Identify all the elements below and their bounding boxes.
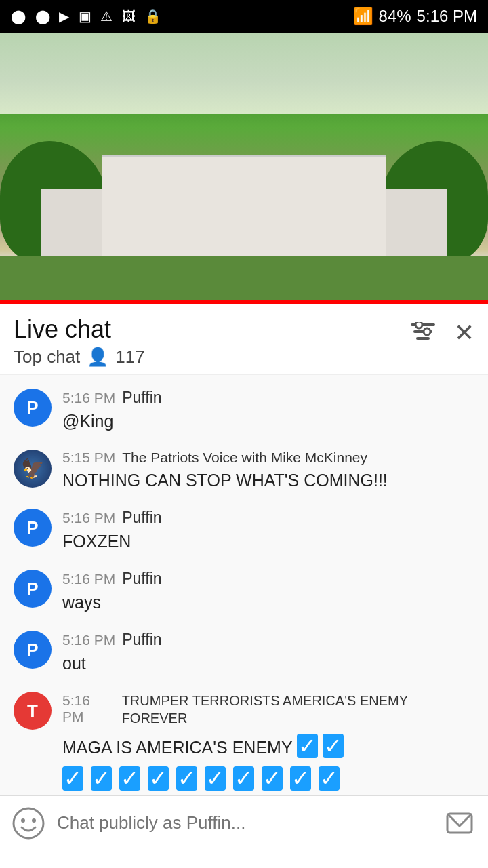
svg-rect-2	[416, 337, 430, 340]
viewer-count: 117	[115, 347, 144, 368]
chat-message: 🦅 5:15 PM The Patriots Voice with Mike M…	[0, 441, 488, 500]
video-lawn	[0, 256, 488, 304]
avatar: P	[14, 389, 52, 427]
clock: 5:16 PM	[417, 7, 477, 26]
notification-icons: ⬤ ⬤ ▶ ▣ ⚠ 🖼 🔒	[11, 8, 164, 24]
video-thumbnail[interactable]	[0, 33, 488, 304]
message-time: 5:16 PM	[62, 390, 115, 406]
chat-message: P 5:16 PM Puffin ways	[0, 561, 488, 623]
message-meta: 5:16 PM Puffin	[62, 509, 474, 527]
message-text: @King	[62, 410, 474, 433]
message-meta: 5:16 PM TRUMPER TERRORISTS AMERICA'S ENE…	[62, 692, 474, 727]
svg-point-4	[424, 328, 430, 335]
chat-messages: P 5:16 PM Puffin @King 🦅 5:15 PM The Pat…	[0, 375, 488, 795]
avatar: P	[14, 570, 52, 608]
chat-input[interactable]	[57, 812, 431, 833]
send-icon	[445, 808, 474, 838]
svg-point-7	[32, 818, 36, 823]
message-content: 5:16 PM Puffin @King	[62, 389, 474, 433]
avatar: 🦅	[14, 450, 52, 488]
message-text: MAGA IS AMERICA'S ENEMY ✓ ✓ ✓ ✓ ✓ ✓ ✓ ✓ …	[62, 730, 474, 795]
close-button[interactable]: ✕	[454, 319, 474, 347]
video-progress-bar	[0, 300, 488, 304]
message-time: 5:16 PM	[62, 692, 115, 725]
video-building-main	[102, 155, 386, 263]
send-button[interactable]	[442, 806, 477, 841]
message-content: 5:16 PM Puffin out	[62, 631, 474, 675]
message-text: ways	[62, 591, 474, 614]
livechat-header: Live chat Top chat 👤 117 ✕	[0, 304, 488, 375]
chat-message: T 5:16 PM TRUMPER TERRORISTS AMERICA'S E…	[0, 684, 488, 795]
chat-message: P 5:16 PM Puffin out	[0, 623, 488, 684]
message-meta: 5:16 PM Puffin	[62, 631, 474, 649]
message-content: 5:15 PM The Patriots Voice with Mike McK…	[62, 450, 474, 492]
avatar: P	[14, 509, 52, 547]
emoji-button[interactable]	[11, 806, 46, 841]
filter-icon	[411, 322, 435, 341]
chat-message: P 5:16 PM Puffin FOXZEN	[0, 500, 488, 561]
wifi-icon: 📶	[353, 7, 373, 26]
battery-level: 84%	[379, 7, 411, 26]
message-author: Puffin	[122, 509, 161, 527]
message-content: 5:16 PM Puffin ways	[62, 570, 474, 614]
livechat-sub: Top chat 👤 117	[14, 347, 145, 368]
message-time: 5:16 PM	[62, 632, 115, 648]
avatar: T	[14, 692, 52, 730]
svg-point-5	[14, 808, 43, 838]
message-author: Puffin	[122, 570, 161, 588]
livechat-title-area: Live chat Top chat 👤 117	[14, 315, 145, 368]
livechat-controls: ✕	[411, 315, 474, 347]
message-meta: 5:16 PM Puffin	[62, 389, 474, 407]
svg-point-3	[415, 322, 422, 328]
chat-message: P 5:16 PM Puffin @King	[0, 380, 488, 441]
message-time: 5:16 PM	[62, 571, 115, 587]
livechat-title: Live chat	[14, 315, 145, 344]
message-content: 5:16 PM Puffin FOXZEN	[62, 509, 474, 553]
video-sky	[0, 33, 488, 114]
message-text: out	[62, 652, 474, 675]
message-text: NOTHING CAN STOP WHAT'S COMING!!!	[62, 469, 474, 492]
topchat-label[interactable]: Top chat	[14, 347, 80, 368]
message-text: FOXZEN	[62, 530, 474, 553]
filter-button[interactable]	[411, 322, 435, 344]
message-meta: 5:16 PM Puffin	[62, 570, 474, 588]
message-author: Puffin	[122, 631, 161, 649]
message-content: 5:16 PM TRUMPER TERRORISTS AMERICA'S ENE…	[62, 692, 474, 795]
chat-input-bar	[0, 795, 488, 850]
status-right: 📶 84% 5:16 PM	[353, 7, 477, 26]
message-author: Puffin	[122, 389, 161, 407]
message-meta: 5:15 PM The Patriots Voice with Mike McK…	[62, 450, 474, 466]
status-left: ⬤ ⬤ ▶ ▣ ⚠ 🖼 🔒	[11, 8, 164, 24]
avatar: P	[14, 631, 52, 669]
status-bar: ⬤ ⬤ ▶ ▣ ⚠ 🖼 🔒 📶 84% 5:16 PM	[0, 0, 488, 33]
people-icon: 👤	[87, 347, 108, 368]
svg-point-6	[21, 818, 25, 823]
emoji-icon	[12, 807, 45, 840]
message-author: The Patriots Voice with Mike McKinney	[122, 450, 367, 466]
message-time: 5:16 PM	[62, 510, 115, 526]
message-time: 5:15 PM	[62, 450, 115, 466]
message-author: TRUMPER TERRORISTS AMERICA'S ENEMY FOREV…	[122, 692, 474, 727]
